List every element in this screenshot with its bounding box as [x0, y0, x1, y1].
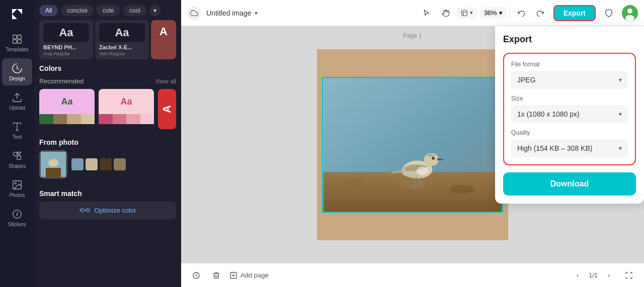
- photo-swatch-3[interactable]: [114, 158, 126, 170]
- svg-point-7: [14, 152, 17, 155]
- svg-point-13: [48, 159, 58, 167]
- smart-match-label: Smart match: [39, 189, 176, 198]
- sidebar-item-design[interactable]: Design: [2, 58, 32, 85]
- filter-all[interactable]: All: [39, 5, 58, 16]
- svg-rect-20: [324, 172, 502, 212]
- next-page-button[interactable]: ›: [602, 268, 616, 282]
- sidebar-item-upload[interactable]: Upload: [2, 87, 32, 115]
- sidebar-item-photos[interactable]: Photos: [2, 175, 32, 202]
- photo-swatches: [71, 158, 126, 170]
- sidebar: Templates Design Upload Text Shapes Phot…: [0, 0, 34, 287]
- photo-swatch-2[interactable]: [100, 158, 112, 170]
- fullscreen-button[interactable]: [622, 268, 636, 282]
- delete-page-button[interactable]: [209, 268, 223, 282]
- color-card-more[interactable]: A: [158, 89, 176, 129]
- font-card-2[interactable]: A: [151, 20, 176, 59]
- canvas-background[interactable]: [317, 49, 508, 240]
- prev-page-button[interactable]: ‹: [571, 268, 585, 282]
- filter-more-button[interactable]: ▾: [149, 5, 160, 16]
- export-panel: Export File format JPEG ▾ Size 1x (1080 …: [495, 26, 644, 204]
- quality-value: High (154 KB – 308 KB): [517, 144, 592, 152]
- page-counter: 1/1: [589, 271, 598, 279]
- colors-section: Colors Recommended View all Aa: [34, 64, 181, 134]
- shield-button[interactable]: [601, 5, 617, 21]
- font-name-1: Zacbel X-E...: [99, 44, 145, 50]
- color-card-0[interactable]: Aa: [39, 89, 95, 129]
- app-logo[interactable]: [8, 5, 26, 23]
- zoom-chevron-icon: ▾: [499, 9, 503, 17]
- quality-label: Quality: [511, 129, 628, 136]
- size-dropdown[interactable]: 1x (1080 x 1080 px) ▾: [511, 105, 628, 123]
- from-photo-section: From photo: [34, 138, 181, 183]
- download-button[interactable]: Download: [503, 172, 636, 196]
- title-chevron-icon[interactable]: ▾: [255, 10, 258, 17]
- hand-tool-button[interactable]: [438, 5, 454, 21]
- bottombar: Add page ‹ 1/1 ›: [181, 263, 644, 287]
- redo-button[interactable]: [532, 5, 548, 21]
- topbar: Untitled image ▾ ▾ 36% ▾: [181, 0, 644, 26]
- font-name-0: BEYND PH...: [43, 44, 89, 50]
- add-page-button[interactable]: Add page: [229, 271, 269, 279]
- svg-rect-15: [461, 10, 467, 16]
- filter-concise[interactable]: concise: [61, 5, 94, 16]
- quality-chevron-icon: ▾: [619, 145, 622, 152]
- export-panel-title: Export: [503, 34, 636, 45]
- title-area: Untitled image ▾: [206, 9, 414, 17]
- file-format-chevron-icon: ▾: [619, 76, 622, 83]
- color-cards-row: Aa Aa: [39, 89, 176, 129]
- sidebar-item-templates[interactable]: Templates: [2, 29, 32, 56]
- sidebar-item-text[interactable]: Text: [2, 117, 32, 144]
- canvas-image[interactable]: [322, 77, 503, 213]
- page-label: Page 1: [403, 32, 422, 39]
- undo-button[interactable]: [513, 5, 529, 21]
- svg-point-37: [417, 166, 429, 175]
- photo-row: [39, 150, 176, 178]
- font-card-0[interactable]: Aa BEYND PH... Anta-Regular: [39, 20, 93, 59]
- select-tool-button[interactable]: [419, 5, 435, 21]
- optimize-color-button[interactable]: ⟲⟲ Optimize color: [39, 202, 176, 219]
- svg-point-17: [627, 9, 632, 14]
- svg-point-28: [433, 157, 434, 158]
- toolbar-tools: ▾ 36% ▾: [419, 5, 548, 21]
- user-avatar[interactable]: [622, 5, 638, 21]
- colors-title: Colors: [39, 64, 61, 72]
- cloud-save-button[interactable]: [187, 6, 201, 20]
- add-page-label: Add page: [240, 271, 269, 279]
- svg-point-22: [450, 184, 474, 194]
- svg-point-10: [15, 182, 16, 184]
- sidebar-item-shapes[interactable]: Shapes: [2, 146, 32, 173]
- optimize-icon: ⟲⟲: [79, 207, 90, 214]
- filter-cute[interactable]: cute: [97, 5, 120, 16]
- color-card-1[interactable]: Aa: [99, 89, 154, 129]
- svg-point-23: [397, 179, 427, 189]
- photo-thumbnail: [39, 150, 67, 178]
- svg-point-21: [343, 178, 363, 186]
- svg-rect-1: [18, 35, 21, 38]
- font-previews: Aa BEYND PH... Anta-Regular Aa Zacbel X-…: [34, 20, 181, 64]
- zoom-value: 36%: [484, 9, 497, 17]
- left-panel: All concise cute cool ▾ Aa BEYND PH... A…: [34, 0, 181, 287]
- font-sub-1: Stilu-Regular: [99, 51, 145, 56]
- history-button[interactable]: [189, 268, 203, 282]
- svg-rect-8: [17, 156, 21, 159]
- export-button[interactable]: Export: [553, 5, 596, 21]
- page-nav: ‹ 1/1 ›: [571, 268, 616, 282]
- svg-rect-14: [46, 168, 61, 177]
- svg-rect-0: [13, 35, 17, 38]
- photo-swatch-1[interactable]: [86, 158, 98, 170]
- from-photo-label: From photo: [39, 138, 176, 146]
- font-card-1[interactable]: Aa Zacbel X-E... Stilu-Regular: [95, 20, 149, 59]
- photo-swatch-0[interactable]: [71, 158, 84, 170]
- filter-cool[interactable]: cool: [123, 5, 146, 16]
- zoom-control[interactable]: 36% ▾: [480, 7, 507, 19]
- file-format-label: File format: [511, 61, 628, 68]
- frame-tool-button[interactable]: ▾: [457, 8, 477, 19]
- main-area: Untitled image ▾ ▾ 36% ▾: [181, 0, 644, 287]
- view-all-button[interactable]: View all: [155, 78, 176, 85]
- filter-bar: All concise cute cool ▾: [34, 0, 181, 20]
- sidebar-item-stickers[interactable]: Stickers: [2, 204, 32, 231]
- font-sub-0: Anta-Regular: [43, 51, 89, 56]
- file-format-dropdown[interactable]: JPEG ▾: [511, 71, 628, 89]
- size-chevron-icon: ▾: [619, 111, 622, 118]
- quality-dropdown[interactable]: High (154 KB – 308 KB) ▾: [511, 139, 628, 157]
